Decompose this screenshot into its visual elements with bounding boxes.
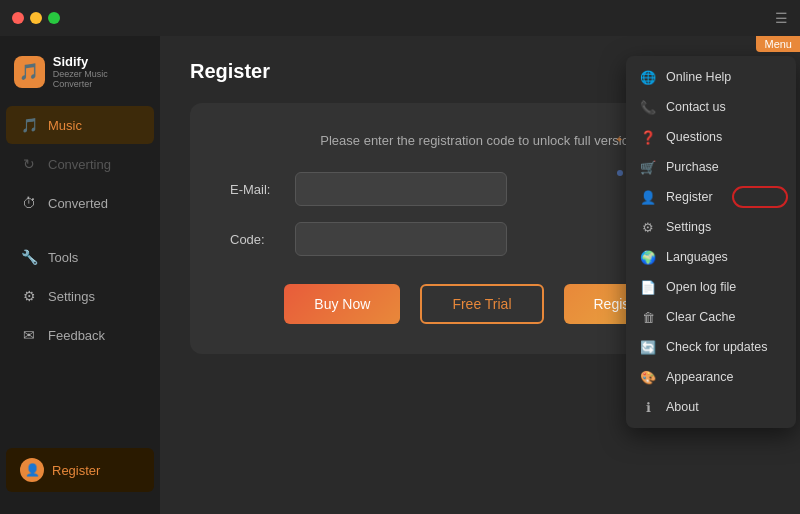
sidebar-item-music[interactable]: 🎵 Music [6, 106, 154, 144]
register-bottom-button[interactable]: 👤 Register [6, 448, 154, 492]
log-label: Open log file [666, 280, 736, 294]
sidebar-item-converting[interactable]: ↻ Converting [6, 145, 154, 183]
purchase-label: Purchase [666, 160, 719, 174]
register-menu-icon: 👤 [640, 189, 656, 205]
sidebar-nav: 🎵 Music ↻ Converting ⏱ Converted 🔧 Tools… [0, 105, 160, 446]
menu-item-questions[interactable]: ❓ Questions [626, 122, 796, 152]
settings-label: Settings [48, 289, 95, 304]
app-body: 🎵 Sidify Deezer Music Converter 🎵 Music … [0, 36, 800, 514]
purchase-icon: 🛒 [640, 159, 656, 175]
register-bottom-label: Register [52, 463, 100, 478]
settings-icon: ⚙ [20, 287, 38, 305]
appearance-label: Appearance [666, 370, 733, 384]
email-label: E-Mail: [230, 182, 295, 197]
sidebar: 🎵 Sidify Deezer Music Converter 🎵 Music … [0, 36, 160, 514]
maximize-button[interactable] [48, 12, 60, 24]
sidebar-item-tools[interactable]: 🔧 Tools [6, 238, 154, 276]
traffic-lights [12, 12, 60, 24]
svg-text:✦: ✦ [615, 134, 623, 145]
contact-icon: 📞 [640, 99, 656, 115]
converted-label: Converted [48, 196, 108, 211]
dropdown-panel: 🌐 Online Help 📞 Contact us ❓ Questions 🛒… [626, 56, 796, 428]
email-input[interactable] [295, 172, 507, 206]
brand-logo: 🎵 [14, 56, 45, 88]
languages-icon: 🌍 [640, 249, 656, 265]
menu-item-online-help[interactable]: 🌐 Online Help [626, 62, 796, 92]
online-help-label: Online Help [666, 70, 731, 84]
converting-icon: ↻ [20, 155, 38, 173]
close-button[interactable] [12, 12, 24, 24]
free-trial-button[interactable]: Free Trial [420, 284, 543, 324]
menu-label: Menu [756, 36, 800, 52]
tools-icon: 🔧 [20, 248, 38, 266]
about-label: About [666, 400, 699, 414]
register-bottom-icon: 👤 [20, 458, 44, 482]
minimize-button[interactable] [30, 12, 42, 24]
sidebar-bottom: 👤 Register [0, 446, 160, 504]
menu-item-about[interactable]: ℹ About [626, 392, 796, 422]
code-input[interactable] [295, 222, 507, 256]
converting-label: Converting [48, 157, 111, 172]
cache-icon: 🗑 [640, 309, 656, 325]
settings-menu-label: Settings [666, 220, 711, 234]
title-bar: ☰ [0, 0, 800, 36]
updates-icon: 🔄 [640, 339, 656, 355]
code-label: Code: [230, 232, 295, 247]
appearance-icon: 🎨 [640, 369, 656, 385]
sidebar-item-settings[interactable]: ⚙ Settings [6, 277, 154, 315]
brand: 🎵 Sidify Deezer Music Converter [0, 46, 160, 105]
register-menu-label: Register [666, 190, 713, 204]
menu-item-settings[interactable]: ⚙ Settings [626, 212, 796, 242]
menu-item-check-updates[interactable]: 🔄 Check for updates [626, 332, 796, 362]
contact-label: Contact us [666, 100, 726, 114]
dropdown-menu-overlay: Menu 🌐 Online Help 📞 Contact us ❓ Questi… [626, 36, 800, 428]
menu-item-purchase[interactable]: 🛒 Purchase [626, 152, 796, 182]
brand-subtitle: Deezer Music Converter [53, 69, 146, 89]
tools-label: Tools [48, 250, 78, 265]
music-label: Music [48, 118, 82, 133]
content-area: Register ✦ ✦ [160, 36, 800, 514]
menu-item-open-log[interactable]: 📄 Open log file [626, 272, 796, 302]
sidebar-item-feedback[interactable]: ✉ Feedback [6, 316, 154, 354]
menu-item-contact-us[interactable]: 📞 Contact us [626, 92, 796, 122]
menu-item-clear-cache[interactable]: 🗑 Clear Cache [626, 302, 796, 332]
brand-name: Sidify [53, 54, 146, 69]
brand-text: Sidify Deezer Music Converter [53, 54, 146, 89]
online-help-icon: 🌐 [640, 69, 656, 85]
questions-label: Questions [666, 130, 722, 144]
menu-item-languages[interactable]: 🌍 Languages [626, 242, 796, 272]
sidebar-item-converted[interactable]: ⏱ Converted [6, 184, 154, 222]
languages-label: Languages [666, 250, 728, 264]
feedback-label: Feedback [48, 328, 105, 343]
updates-label: Check for updates [666, 340, 767, 354]
music-icon: 🎵 [20, 116, 38, 134]
menu-item-appearance[interactable]: 🎨 Appearance [626, 362, 796, 392]
settings-menu-icon: ⚙ [640, 219, 656, 235]
questions-icon: ❓ [640, 129, 656, 145]
log-icon: 📄 [640, 279, 656, 295]
register-highlight-circle [732, 186, 788, 208]
converted-icon: ⏱ [20, 194, 38, 212]
cache-label: Clear Cache [666, 310, 735, 324]
hamburger-icon[interactable]: ☰ [775, 10, 788, 26]
buy-now-button[interactable]: Buy Now [284, 284, 400, 324]
menu-item-register[interactable]: 👤 Register [626, 182, 796, 212]
about-icon: ℹ [640, 399, 656, 415]
feedback-icon: ✉ [20, 326, 38, 344]
